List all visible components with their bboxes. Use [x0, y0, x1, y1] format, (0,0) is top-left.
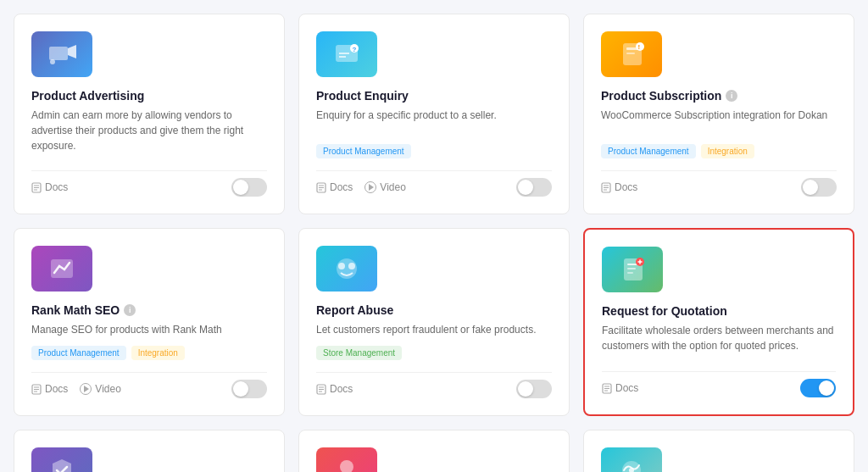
product-advertising-footer: Docs — [31, 170, 267, 197]
rank-math-seo-title: Rank Math SEOi — [31, 303, 267, 317]
docs-icon — [316, 182, 326, 193]
report-abuse-docs-link[interactable]: Docs — [316, 383, 353, 395]
request-for-quotation-links: Docs — [602, 382, 638, 394]
svg-marker-1 — [68, 45, 76, 58]
product-advertising-docs-link[interactable]: Docs — [31, 181, 68, 193]
rank-math-seo-footer: Docs Video — [31, 372, 267, 398]
seller-vacation-icon — [316, 447, 377, 472]
play-icon — [80, 383, 92, 395]
rank-math-seo-info-icon[interactable]: i — [124, 304, 136, 316]
card-product-subscription: !Product SubscriptioniWooCommerce Subscr… — [583, 14, 854, 214]
product-enquiry-icon: ? — [316, 31, 377, 77]
product-enquiry-links: Docs Video — [316, 181, 406, 193]
report-abuse-toggle[interactable] — [516, 380, 552, 398]
tag-product: Product Management — [316, 144, 411, 158]
product-advertising-toggle[interactable] — [231, 178, 267, 197]
product-subscription-footer: Docs — [601, 170, 837, 197]
product-advertising-icon — [31, 31, 92, 77]
svg-rect-18 — [626, 53, 635, 54]
tag-product: Product Management — [601, 144, 696, 158]
tag-integration: Integration — [701, 144, 754, 158]
request-for-quotation-desc: Facilitate wholesale orders between merc… — [602, 323, 836, 354]
product-subscription-docs-link[interactable]: Docs — [601, 181, 637, 193]
docs-icon — [31, 384, 42, 395]
product-subscription-icon: ! — [601, 31, 662, 77]
product-subscription-tags: Product ManagementIntegration — [601, 144, 837, 158]
product-advertising-title: Product Advertising — [31, 89, 267, 103]
report-abuse-title: Report Abuse — [316, 303, 552, 317]
docs-icon — [316, 384, 326, 395]
svg-rect-40 — [627, 272, 633, 274]
card-product-advertising: Product AdvertisingAdmin can earn more b… — [14, 14, 285, 214]
report-abuse-icon — [316, 246, 377, 292]
svg-text:?: ? — [353, 46, 357, 53]
product-enquiry-docs-link[interactable]: Docs — [316, 181, 353, 193]
product-subscription-links: Docs — [601, 181, 637, 193]
product-subscription-title: Product Subscriptioni — [601, 89, 837, 103]
product-advertising-desc: Admin can earn more by allowing vendors … — [31, 108, 267, 153]
product-enquiry-desc: Enquiry for a specific product to a sell… — [316, 108, 552, 136]
product-enquiry-tags: Product Management — [316, 144, 552, 158]
product-subscription-desc: WooCommerce Subscription integration for… — [601, 108, 837, 136]
request-for-quotation-icon — [602, 247, 663, 292]
request-for-quotation-title: Request for Quotation — [602, 304, 836, 318]
card-return-warranty: Return and Warranty RequestManage return… — [14, 430, 285, 472]
card-report-abuse: Report AbuseLet customers report fraudul… — [298, 228, 570, 416]
svg-rect-0 — [49, 47, 68, 60]
product-enquiry-footer: Docs Video — [316, 170, 552, 197]
return-warranty-icon — [31, 447, 92, 472]
play-icon — [364, 181, 376, 193]
card-shipstation: ShipStation IntegrationAdds ShipStation … — [583, 430, 854, 472]
docs-icon — [601, 182, 611, 193]
rank-math-seo-tags: Product ManagementIntegration — [31, 346, 267, 360]
docs-icon — [602, 383, 612, 394]
tag-spacer — [602, 363, 836, 371]
tag-store: Store Management — [316, 346, 402, 360]
card-rank-math-seo: Rank Math SEOiManage SEO for products wi… — [14, 228, 285, 416]
request-for-quotation-docs-link[interactable]: Docs — [602, 382, 638, 394]
svg-point-2 — [50, 59, 55, 64]
rank-math-seo-video-link[interactable]: Video — [80, 383, 120, 395]
report-abuse-tags: Store Management — [316, 346, 552, 360]
module-grid: Product AdvertisingAdmin can earn more b… — [14, 14, 854, 472]
product-subscription-info-icon[interactable]: i — [726, 90, 737, 102]
tag-integration: Integration — [131, 346, 185, 360]
svg-rect-39 — [627, 268, 636, 269]
docs-icon — [31, 182, 42, 193]
card-request-for-quotation: Request for QuotationFacilitate wholesal… — [583, 228, 854, 416]
svg-point-48 — [340, 460, 353, 472]
product-advertising-links: Docs — [31, 181, 68, 193]
product-enquiry-title: Product Enquiry — [316, 89, 552, 103]
rank-math-seo-docs-link[interactable]: Docs — [31, 383, 68, 395]
card-product-enquiry: ?Product EnquiryEnquiry for a specific p… — [298, 14, 570, 214]
product-subscription-toggle[interactable] — [801, 178, 837, 197]
svg-text:!: ! — [638, 43, 641, 51]
report-abuse-desc: Let customers report fraudulent or fake … — [316, 322, 552, 337]
rank-math-seo-links: Docs Video — [31, 383, 121, 395]
rank-math-seo-toggle[interactable] — [231, 380, 267, 398]
card-seller-vacation: Seller VacationUsing this plugin seller … — [298, 430, 570, 472]
tag-product: Product Management — [31, 346, 126, 360]
rank-math-seo-desc: Manage SEO for products with Rank Math — [31, 322, 267, 337]
request-for-quotation-footer: Docs — [602, 371, 836, 397]
rank-math-seo-icon — [31, 246, 92, 292]
shipstation-icon — [601, 447, 662, 472]
svg-point-32 — [348, 263, 355, 269]
request-for-quotation-toggle[interactable] — [800, 379, 836, 397]
report-abuse-links: Docs — [316, 383, 353, 395]
product-enquiry-video-link[interactable]: Video — [364, 181, 405, 193]
tag-spacer — [31, 162, 267, 170]
report-abuse-footer: Docs — [316, 372, 552, 398]
svg-point-31 — [338, 263, 345, 269]
product-enquiry-toggle[interactable] — [516, 178, 552, 197]
